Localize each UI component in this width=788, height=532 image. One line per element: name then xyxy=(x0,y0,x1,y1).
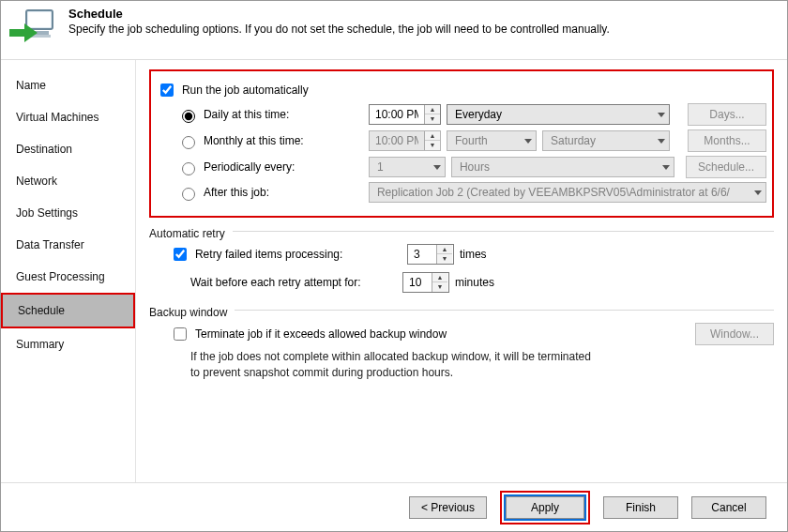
spinner-up-icon[interactable]: ▲ xyxy=(437,245,452,254)
periodic-n-select: 1 xyxy=(369,157,446,177)
wait-label: Wait before each retry attempt for: xyxy=(190,276,397,289)
sidebar-item-guest-processing[interactable]: Guest Processing xyxy=(1,261,135,293)
terminate-checkbox[interactable] xyxy=(174,327,187,341)
wizard-footer: < Previous Apply Finish Cancel xyxy=(1,482,787,531)
retry-checkbox[interactable] xyxy=(174,248,187,261)
periodic-unit-select: Hours xyxy=(451,157,674,177)
divider xyxy=(233,231,774,232)
schedule-button[interactable]: Schedule... xyxy=(686,156,766,178)
periodic-n-value: 1 xyxy=(377,160,384,174)
monthly-time-value xyxy=(370,131,424,150)
chevron-down-icon xyxy=(662,165,670,170)
run-automatically-label: Run the job automatically xyxy=(182,84,309,97)
previous-button[interactable]: < Previous xyxy=(409,496,487,519)
sidebar-item-name[interactable]: Name xyxy=(1,69,135,101)
run-automatically-checkbox[interactable] xyxy=(160,84,174,97)
months-button[interactable]: Months... xyxy=(688,129,766,152)
sidebar-item-job-settings[interactable]: Job Settings xyxy=(1,197,135,229)
backup-window-section-title: Backup window xyxy=(149,306,227,319)
page-title: Schedule xyxy=(68,7,610,21)
backup-window-note: If the job does not complete within allo… xyxy=(190,349,603,381)
monthly-day-value: Saturday xyxy=(551,134,596,147)
wait-minutes-value[interactable] xyxy=(403,273,432,292)
wizard-window: Schedule Specify the job scheduling opti… xyxy=(0,0,788,532)
sidebar-item-data-transfer[interactable]: Data Transfer xyxy=(1,229,135,261)
sidebar-item-network[interactable]: Network xyxy=(1,165,135,197)
daily-time-input[interactable]: ▲▼ xyxy=(369,104,441,125)
spinner-down-icon[interactable]: ▼ xyxy=(432,282,447,292)
monthly-radio[interactable] xyxy=(182,136,195,149)
retry-label: Retry failed items processing: xyxy=(195,248,402,261)
days-button[interactable]: Days... xyxy=(688,103,766,126)
divider xyxy=(235,310,774,311)
daily-period-select[interactable]: Everyday xyxy=(447,104,670,125)
spinner-down-icon: ▼ xyxy=(425,141,440,150)
retry-times-label: times xyxy=(460,248,487,261)
sidebar-item-destination[interactable]: Destination xyxy=(1,133,135,165)
window-button[interactable]: Window... xyxy=(695,323,774,345)
after-job-select: Replication Job 2 (Created by VEEAMBKPSR… xyxy=(369,182,766,203)
retry-count-input[interactable]: ▲▼ xyxy=(407,244,454,265)
spinner-up-icon[interactable]: ▲ xyxy=(432,273,447,282)
periodic-unit-value: Hours xyxy=(460,160,490,174)
monthly-time-input: ▲▼ xyxy=(369,130,441,151)
page-subtitle: Specify the job scheduling options. If y… xyxy=(68,23,610,36)
daily-time-value[interactable] xyxy=(370,105,424,124)
sidebar-item-virtual-machines[interactable]: Virtual Machines xyxy=(1,101,135,133)
schedule-icon xyxy=(7,7,59,52)
spinner-down-icon[interactable]: ▼ xyxy=(437,254,452,264)
apply-button[interactable]: Apply xyxy=(506,496,584,519)
chevron-down-icon xyxy=(524,139,532,144)
chevron-down-icon xyxy=(433,165,441,170)
after-job-label: After this job: xyxy=(204,186,363,199)
terminate-label: Terminate job if it exceeds allowed back… xyxy=(195,327,447,341)
chevron-down-icon xyxy=(754,190,762,195)
monthly-ord-select: Fourth xyxy=(447,130,537,151)
monthly-ord-value: Fourth xyxy=(455,134,488,147)
spinner-down-icon[interactable]: ▼ xyxy=(425,114,440,124)
schedule-settings-group: Run the job automatically Daily at this … xyxy=(149,69,774,218)
monthly-day-select: Saturday xyxy=(542,130,670,151)
daily-radio[interactable] xyxy=(182,110,195,123)
chevron-down-icon xyxy=(658,113,665,117)
retry-count-value[interactable] xyxy=(408,245,436,264)
wizard-sidebar: Name Virtual Machines Destination Networ… xyxy=(1,60,136,482)
content-panel: Run the job automatically Daily at this … xyxy=(136,60,787,482)
after-job-value: Replication Job 2 (Created by VEEAMBKPSR… xyxy=(377,186,749,199)
retry-section-title: Automatic retry xyxy=(149,227,225,240)
finish-button[interactable]: Finish xyxy=(603,496,678,519)
sidebar-item-summary[interactable]: Summary xyxy=(1,328,135,360)
chevron-down-icon xyxy=(658,139,665,144)
spinner-up-icon: ▲ xyxy=(425,131,440,141)
daily-period-value: Everyday xyxy=(455,108,502,121)
daily-label: Daily at this time: xyxy=(204,108,363,121)
periodic-radio[interactable] xyxy=(182,162,195,175)
wizard-header: Schedule Specify the job scheduling opti… xyxy=(1,1,787,60)
sidebar-item-schedule[interactable]: Schedule xyxy=(3,295,133,327)
wait-unit-label: minutes xyxy=(455,276,494,289)
after-job-radio[interactable] xyxy=(182,188,195,201)
spinner-up-icon[interactable]: ▲ xyxy=(425,105,440,114)
wait-minutes-input[interactable]: ▲▼ xyxy=(402,272,449,293)
cancel-button[interactable]: Cancel xyxy=(691,496,766,519)
periodic-label: Periodically every: xyxy=(204,160,363,174)
svg-rect-1 xyxy=(28,12,51,27)
monthly-label: Monthly at this time: xyxy=(204,134,363,147)
